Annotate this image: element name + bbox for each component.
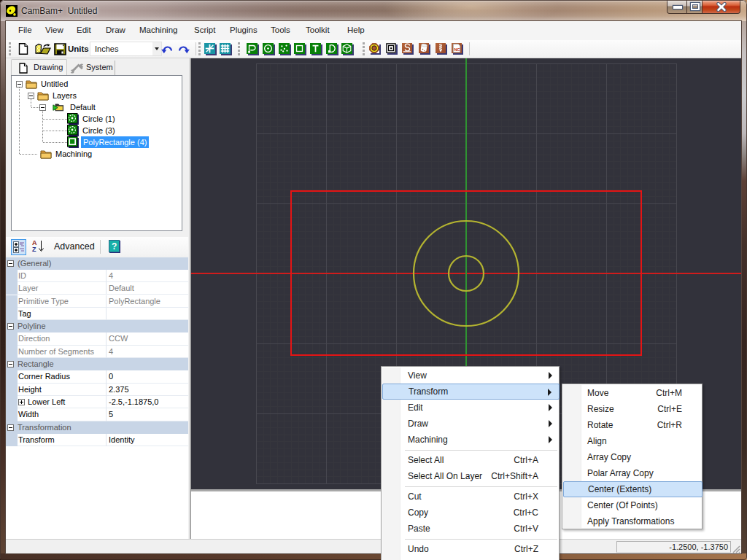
svg-text:NC: NC [454,47,460,52]
